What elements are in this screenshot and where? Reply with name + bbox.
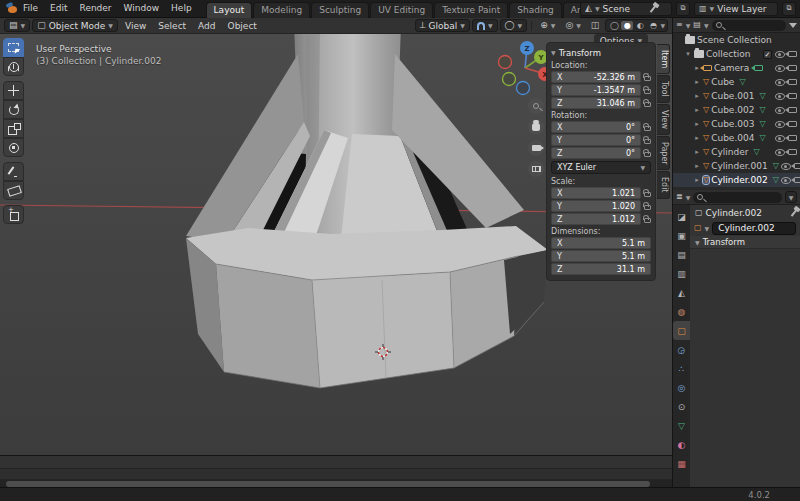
tool-add-cube[interactable] bbox=[3, 205, 24, 224]
rotation-z-field[interactable]: Z0° bbox=[551, 147, 641, 159]
pin-icon[interactable] bbox=[649, 5, 656, 13]
sidebar-tab-tool[interactable]: Tool bbox=[657, 75, 670, 103]
outliner-row-scene collection[interactable]: Scene Collection bbox=[673, 33, 800, 47]
lock-icon[interactable] bbox=[644, 192, 651, 197]
lock-icon[interactable] bbox=[644, 126, 651, 131]
rotation-mode-dropdown[interactable]: XYZ Euler▼ bbox=[551, 161, 651, 174]
properties-tab-tool[interactable]: ◪ bbox=[673, 207, 690, 226]
shading-material-preview[interactable]: ◐ bbox=[634, 21, 646, 30]
new-scene-button[interactable]: ⧉ bbox=[676, 2, 690, 16]
filter-icon[interactable] bbox=[789, 23, 797, 28]
scene-selector[interactable]: ◭ ▼ Scene bbox=[580, 2, 672, 16]
shading-rendered[interactable]: ◓ bbox=[647, 21, 659, 30]
editor-type-selector[interactable]: ▤▼ bbox=[4, 19, 30, 32]
workspace-tab-animation[interactable]: Animation bbox=[563, 2, 580, 18]
viewport-3d[interactable]: User Perspective (3) Collection | Cylind… bbox=[0, 34, 672, 455]
outliner-row-cylinder[interactable]: ▸▽Cylinder▽ bbox=[673, 145, 800, 159]
menu-help[interactable]: Help bbox=[165, 0, 198, 17]
timeline-ruler[interactable] bbox=[0, 469, 672, 480]
disclosure-caret[interactable]: ▸ bbox=[693, 134, 701, 142]
render-camera-icon[interactable] bbox=[788, 65, 797, 71]
properties-tab-physics[interactable]: ◎ bbox=[673, 378, 690, 397]
location-z-field[interactable]: Z31.046 m bbox=[551, 97, 641, 109]
new-view-layer-button[interactable]: ⧉ bbox=[782, 2, 796, 16]
lock-icon[interactable] bbox=[644, 152, 651, 157]
workspace-tab-texture-paint[interactable]: Texture Paint bbox=[434, 2, 508, 18]
properties-search-input[interactable] bbox=[693, 192, 782, 203]
visibility-eye-icon[interactable] bbox=[781, 163, 791, 170]
viewport-menu-add[interactable]: Add bbox=[193, 21, 220, 31]
camera-view-icon[interactable] bbox=[528, 140, 544, 156]
location-y-field[interactable]: Y-1.3547 m bbox=[551, 84, 641, 96]
pin-icon[interactable] bbox=[791, 209, 798, 217]
navigation-gizmo[interactable]: Z Y X bbox=[497, 40, 553, 96]
show-overlays-toggle[interactable]: ◎▼ bbox=[561, 19, 584, 32]
outliner-row-cube-004[interactable]: ▸▽Cube.004▽ bbox=[673, 131, 800, 145]
mode-selector[interactable]: ▢Object Mode▼ bbox=[32, 19, 118, 32]
outliner-row-collection[interactable]: ▾Collection✓ bbox=[673, 47, 800, 61]
lock-icon[interactable] bbox=[644, 139, 651, 144]
disclosure-caret[interactable]: ▸ bbox=[693, 92, 701, 100]
workspace-tab-uv-editing[interactable]: UV Editing bbox=[370, 2, 433, 18]
tool-annotate[interactable] bbox=[3, 162, 24, 181]
workspace-tab-modeling[interactable]: Modeling bbox=[253, 2, 310, 18]
sidebar-tab-view[interactable]: View bbox=[657, 104, 670, 135]
properties-tab-scene[interactable]: ◭ bbox=[673, 283, 690, 302]
properties-tab-constraints[interactable]: ⊙ bbox=[673, 397, 690, 416]
outliner-row-cylinder-002[interactable]: ▸▽Cylinder.002▽ bbox=[673, 173, 800, 187]
menu-render[interactable]: Render bbox=[74, 0, 118, 17]
lock-icon[interactable] bbox=[644, 205, 651, 210]
view-layer-selector[interactable]: ▥ ▼ View Layer bbox=[694, 2, 778, 16]
properties-tab-material[interactable]: ◐ bbox=[673, 435, 690, 454]
properties-tab-view-layer[interactable]: ▥ bbox=[673, 264, 690, 283]
workspace-tab-shading[interactable]: Shading bbox=[509, 2, 562, 18]
properties-tab-data[interactable]: ▽ bbox=[673, 416, 690, 435]
render-camera-icon[interactable] bbox=[788, 107, 797, 113]
xray-toggle[interactable]: ◫ bbox=[587, 19, 604, 32]
dimensions-z-field[interactable]: Z31.1 m bbox=[551, 263, 651, 275]
shading-wireframe[interactable]: ◯ bbox=[608, 21, 620, 30]
viewport-menu-view[interactable]: View bbox=[120, 21, 151, 31]
tool-cursor[interactable] bbox=[3, 57, 24, 76]
tool-transform[interactable] bbox=[3, 138, 24, 157]
transform-panel-header[interactable]: ▼Transform bbox=[690, 236, 800, 249]
object-name-field[interactable]: Cylinder.002 bbox=[712, 222, 796, 235]
dimensions-x-field[interactable]: X5.1 m bbox=[551, 237, 651, 249]
outliner-row-cube-001[interactable]: ▸▽Cube.001▽ bbox=[673, 89, 800, 103]
lock-icon[interactable] bbox=[644, 89, 651, 94]
render-camera-icon[interactable] bbox=[788, 79, 797, 85]
visibility-eye-icon[interactable] bbox=[775, 79, 785, 86]
menu-file[interactable]: File bbox=[17, 0, 44, 17]
visibility-eye-icon[interactable] bbox=[775, 65, 785, 72]
outliner-row-cube-002[interactable]: ▸▽Cube.002▽ bbox=[673, 103, 800, 117]
outliner-editor-icon[interactable]: ≡ bbox=[676, 21, 683, 29]
sidebar-tab-item[interactable]: Item bbox=[657, 44, 670, 74]
properties-tab-render[interactable]: ▣ bbox=[673, 226, 690, 245]
snapping-toggle[interactable]: ▼ bbox=[472, 19, 498, 32]
menu-edit[interactable]: Edit bbox=[44, 0, 73, 17]
lock-icon[interactable] bbox=[644, 218, 651, 223]
visibility-eye-icon[interactable] bbox=[775, 107, 785, 114]
properties-tab-modifiers[interactable]: ◶ bbox=[673, 340, 690, 359]
disclosure-caret[interactable]: ▸ bbox=[693, 176, 701, 184]
perspective-toggle-icon[interactable] bbox=[528, 161, 544, 177]
disclosure-caret[interactable]: ▾ bbox=[684, 50, 692, 58]
lock-icon[interactable] bbox=[644, 102, 651, 107]
zoom-icon[interactable] bbox=[528, 98, 544, 114]
scale-z-field[interactable]: Z1.012 bbox=[551, 213, 641, 225]
visibility-eye-icon[interactable] bbox=[781, 177, 791, 184]
show-gizmo-toggle[interactable]: ⊕▼ bbox=[536, 19, 559, 32]
dimensions-y-field[interactable]: Y5.1 m bbox=[551, 250, 651, 262]
tool-move[interactable] bbox=[3, 81, 24, 100]
properties-tab-object[interactable]: ▢ bbox=[673, 321, 690, 340]
workspace-tab-layout[interactable]: Layout bbox=[206, 2, 253, 18]
tool-rotate[interactable] bbox=[3, 100, 24, 119]
properties-tab-particles[interactable]: ∴ bbox=[673, 359, 690, 378]
visibility-eye-icon[interactable] bbox=[775, 93, 785, 100]
visibility-eye-icon[interactable] bbox=[775, 149, 785, 156]
tool-scale[interactable] bbox=[3, 119, 24, 138]
properties-tab-texture[interactable]: ▦ bbox=[673, 454, 690, 473]
tool-measure[interactable] bbox=[3, 181, 24, 200]
outliner-row-cube-003[interactable]: ▸▽Cube.003▽ bbox=[673, 117, 800, 131]
render-camera-icon[interactable] bbox=[794, 163, 800, 169]
